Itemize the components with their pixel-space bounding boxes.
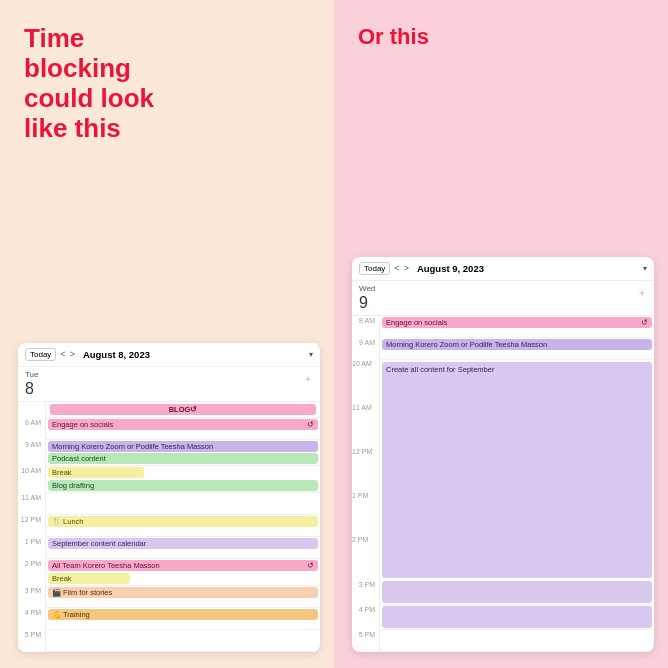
left-panel: Timeblockingcould looklike this Today < …: [0, 0, 334, 668]
podcast-content[interactable]: Podcast content: [48, 453, 318, 464]
time-row-3pm-left: 3 PM 🎬 Film for stories: [18, 586, 320, 608]
right-heading: Or this: [358, 24, 429, 50]
today-button-right[interactable]: Today: [359, 262, 390, 275]
training-event[interactable]: 💪 Training: [48, 609, 318, 620]
cal-title-right: August 9, 2023: [417, 263, 639, 274]
cal-day-header-left: ＋ Tue 8: [18, 367, 320, 402]
engage-socials-left[interactable]: Engage on socials↺: [48, 419, 318, 430]
right-panel: Or this Today < > August 9, 2023 ▾ ＋ Wed…: [334, 0, 668, 668]
sep-content-cal[interactable]: September content calendar: [48, 538, 318, 549]
time-row-11am-left: 11 AM .: [18, 493, 320, 515]
cal-day-name-right: Wed: [359, 284, 647, 293]
break-event[interactable]: Break: [48, 467, 144, 478]
time-row-9am-right: 9 AM Morning Korero Zoom or Podlife Tees…: [352, 338, 654, 360]
cal-header-left: Today < > August 8, 2023 ▾: [18, 343, 320, 367]
cal-add-icon-left[interactable]: ＋: [303, 372, 313, 386]
time-row-5pm-right: 5 PM: [352, 630, 654, 652]
cal-prev-right[interactable]: <: [394, 263, 399, 273]
film-stories[interactable]: 🎬 Film for stories: [48, 587, 318, 598]
cal-scroll-right: 8 AM Engage on socials↺ 9 AM Morning Kor…: [352, 316, 654, 652]
time-row-8am-right: 8 AM Engage on socials↺: [352, 316, 654, 338]
cal-dropdown-icon-right[interactable]: ▾: [643, 264, 647, 273]
cal-dropdown-icon-left[interactable]: ▾: [309, 350, 313, 359]
lunch-event[interactable]: 🍴 Lunch: [48, 516, 318, 527]
right-calendar-card: Today < > August 9, 2023 ▾ ＋ Wed 9 8 AM …: [352, 257, 654, 652]
cal-day-header-right: ＋ Wed 9: [352, 281, 654, 316]
time-row-9am-left: 9 AM Morning Korero Zoom or Podlife Tees…: [18, 440, 320, 466]
big-content-block-row: 10 AM 11 AM 12 PM 1 PM 2 PM Create all c…: [352, 360, 654, 580]
time-row-12pm-left: 12 PM 🍴 Lunch: [18, 515, 320, 537]
cal-next-right[interactable]: >: [404, 263, 409, 273]
cal-prev-left[interactable]: <: [60, 349, 65, 359]
lavender-cont-4pm: [382, 606, 652, 628]
time-row-4pm-left: 4 PM 💪 Training: [18, 608, 320, 630]
time-row-10am-left: 10 AM Break Blog drafting: [18, 466, 320, 493]
break-event-2[interactable]: Break: [48, 573, 130, 584]
all-day-row-left: BLOG ↺: [18, 402, 320, 418]
big-content-area: Create all content for September: [380, 360, 654, 580]
all-day-content-left: BLOG ↺: [46, 402, 320, 418]
time-row-8am-left: 8 AM Engage on socials↺: [18, 418, 320, 440]
time-row-3pm-right: 3 PM: [352, 580, 654, 605]
all-day-label-left: [18, 402, 46, 418]
engage-socials-right[interactable]: Engage on socials↺: [382, 317, 652, 328]
morning-korero-left[interactable]: Morning Korero Zoom or Podlife Teesha Ma…: [48, 441, 318, 452]
time-row-1pm-left: 1 PM September content calendar: [18, 537, 320, 559]
cal-next-left[interactable]: >: [70, 349, 75, 359]
lavender-cont-3pm: [382, 581, 652, 603]
blog-drafting[interactable]: Blog drafting: [48, 480, 318, 491]
blog-event[interactable]: BLOG ↺: [50, 404, 316, 415]
cal-title-left: August 8, 2023: [83, 349, 305, 360]
time-row-4pm-right: 4 PM: [352, 605, 654, 630]
morning-korero-right[interactable]: Morning Korero Zoom or Podlife Teesha Ma…: [382, 339, 652, 350]
all-team-korero[interactable]: All Team Korero Teesha Masson↺: [48, 560, 318, 571]
time-row-5pm-left: 5 PM: [18, 630, 320, 652]
today-button-left[interactable]: Today: [25, 348, 56, 361]
left-heading: Timeblockingcould looklike this: [24, 24, 154, 144]
time-row-2pm-left: 2 PM All Team Korero Teesha Masson↺ Brea…: [18, 559, 320, 586]
cal-scroll-left: 8 AM Engage on socials↺ 9 AM Morning Kor…: [18, 418, 320, 652]
cal-day-num-left: 8: [25, 379, 313, 398]
cal-add-icon-right[interactable]: ＋: [637, 286, 647, 300]
left-calendar-card: Today < > August 8, 2023 ▾ ＋ Tue 8 BLOG …: [18, 343, 320, 652]
big-time-labels: 10 AM 11 AM 12 PM 1 PM 2 PM: [352, 360, 380, 580]
cal-header-right: Today < > August 9, 2023 ▾: [352, 257, 654, 281]
cal-day-name-left: Tue: [25, 370, 313, 379]
create-all-content-event[interactable]: Create all content for September: [382, 362, 652, 578]
cal-day-num-right: 9: [359, 293, 647, 312]
